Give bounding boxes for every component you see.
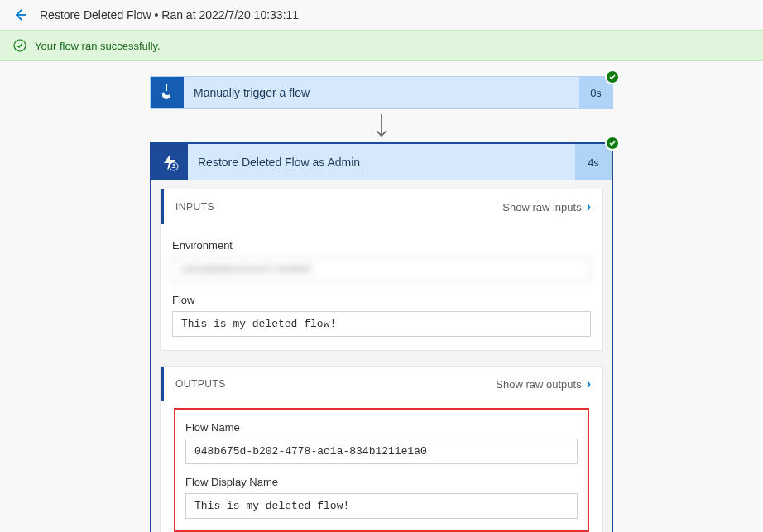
- flow-display-name-label: Flow Display Name: [185, 476, 578, 488]
- action-title: Restore Deleted Flow as Admin: [188, 144, 575, 180]
- page-header: Restore Deleted Flow • Ran at 2022/7/20 …: [0, 0, 763, 30]
- flow-canvas: Manually trigger a flow 0s: [0, 61, 763, 532]
- show-raw-outputs-link[interactable]: Show raw outputs ›: [496, 376, 591, 391]
- manual-trigger-icon: [151, 77, 184, 108]
- show-raw-inputs-link[interactable]: Show raw inputs ›: [502, 199, 591, 214]
- success-message: Your flow ran successfully.: [35, 40, 161, 52]
- page-title: Restore Deleted Flow • Ran at 2022/7/20 …: [40, 8, 299, 22]
- show-raw-outputs-label: Show raw outputs: [496, 378, 581, 391]
- success-banner: Your flow ran successfully.: [0, 30, 763, 61]
- inputs-section: INPUTS Show raw inputs › Environment can…: [160, 189, 603, 351]
- svg-point-3: [173, 164, 175, 166]
- environment-field: Environment canadadev1unstranded: [172, 239, 591, 282]
- check-circle-icon: [13, 39, 26, 52]
- success-badge-icon: [605, 136, 620, 151]
- action-body: INPUTS Show raw inputs › Environment can…: [151, 180, 612, 532]
- flow-display-name-field: Flow Display Name This is my deleted flo…: [185, 476, 578, 519]
- flow-name-label: Flow Name: [185, 421, 578, 434]
- svg-point-1: [166, 84, 167, 86]
- flow-value: This is my deleted flow!: [172, 311, 591, 337]
- admin-flow-icon: [151, 144, 188, 180]
- environment-label: Environment: [172, 239, 591, 252]
- show-raw-inputs-label: Show raw inputs: [502, 201, 581, 213]
- action-header[interactable]: Restore Deleted Flow as Admin 4s: [151, 144, 612, 180]
- outputs-section: OUTPUTS Show raw outputs › Flow Name 048…: [160, 366, 603, 532]
- flow-field: Flow This is my deleted flow!: [172, 294, 591, 337]
- chevron-right-icon: ›: [587, 199, 591, 214]
- success-badge-icon: [605, 69, 620, 84]
- back-button[interactable]: [13, 8, 26, 22]
- arrow-left-icon: [13, 8, 26, 22]
- trigger-step[interactable]: Manually trigger a flow 0s: [150, 76, 613, 109]
- flow-name-value: 048b675d-b202-4778-ac1a-834b1211e1a0: [185, 439, 578, 464]
- outputs-highlight: Flow Name 048b675d-b202-4778-ac1a-834b12…: [174, 408, 589, 532]
- inputs-heading: INPUTS: [175, 201, 214, 213]
- arrow-down-icon: [373, 109, 390, 142]
- outputs-heading: OUTPUTS: [175, 378, 226, 390]
- chevron-right-icon: ›: [587, 376, 591, 391]
- trigger-title: Manually trigger a flow: [184, 77, 579, 108]
- flow-label: Flow: [172, 294, 591, 306]
- environment-value: canadadev1unstranded: [172, 256, 591, 282]
- flow-display-name-value: This is my deleted flow!: [185, 493, 578, 519]
- action-step: Restore Deleted Flow as Admin 4s INPUTS …: [150, 142, 613, 532]
- action-duration: 4s: [575, 144, 612, 180]
- svg-point-2: [170, 162, 178, 170]
- flow-name-field: Flow Name 048b675d-b202-4778-ac1a-834b12…: [185, 421, 578, 464]
